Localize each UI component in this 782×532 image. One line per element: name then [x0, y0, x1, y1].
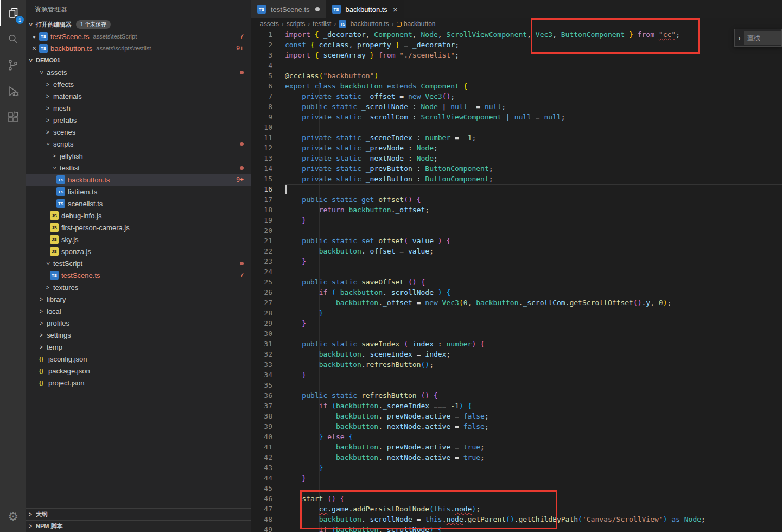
tree-folder-settings[interactable]: >settings [26, 329, 251, 341]
ts-file-icon: TS [56, 175, 65, 184]
open-editors-label: 打开的编辑器 [36, 21, 72, 29]
tree-folder-library[interactable]: >library [26, 293, 251, 305]
code-text: private static _sceneIndex : number = -1… [285, 132, 782, 143]
code-line: 12 private static _prevNode : Node; [251, 143, 782, 153]
tab-backbutton.ts[interactable]: TSbackbutton.ts× [326, 0, 404, 18]
chevron-down-icon: > [28, 56, 34, 65]
tree-item-label: mesh [53, 104, 71, 112]
code-text: } [285, 318, 782, 328]
code-line: 21 public static set offset( value ) { [251, 236, 782, 246]
tree-folder-local[interactable]: >local [26, 305, 251, 317]
code-line: 40 } else { [251, 432, 782, 442]
breadcrumb-item[interactable]: testlist [313, 20, 331, 28]
tree-file-debug-info.js[interactable]: JSdebug-info.js [26, 210, 251, 221]
tree-folder-profiles[interactable]: >profiles [26, 317, 251, 329]
source-control-view-button[interactable] [0, 52, 26, 78]
tree-item-label: jellyfish [60, 152, 83, 160]
tree-file-package.json[interactable]: {}package.json [26, 365, 251, 377]
workspace-header[interactable]: > DEMO01 [26, 54, 251, 66]
tree-folder-effects[interactable]: >effects [26, 78, 251, 90]
tree-folder-scripts[interactable]: >scripts [26, 138, 251, 150]
code-text: } else { [285, 432, 782, 442]
js-file-icon: JS [50, 235, 59, 244]
tree-folder-textures[interactable]: >textures [26, 281, 251, 293]
npm-scripts-section-header[interactable]: > NPM 脚本 [26, 520, 251, 532]
outline-section-header[interactable]: > 大纲 [26, 508, 251, 520]
chevron-right-icon: > [37, 332, 46, 338]
tree-folder-jellyfish[interactable]: >jellyfish [26, 150, 251, 162]
close-icon[interactable]: × [29, 44, 39, 53]
ts-file-icon: TS [339, 20, 346, 28]
tree-folder-assets[interactable]: >assets [26, 66, 251, 78]
tree-folder-testScript[interactable]: >testScript [26, 257, 251, 269]
code-text: export class backbutton extends Componen… [285, 81, 782, 91]
breadcrumb-item[interactable]: scripts [287, 20, 306, 28]
open-editors-header[interactable]: > 打开的编辑器 1 个未保存 [26, 18, 251, 30]
tree-file-backbutton.ts[interactable]: TSbackbutton.ts9+ [26, 174, 251, 186]
editor-code-area[interactable]: 1import { _decorator, Component, Node, S… [251, 29, 782, 532]
breadcrumb-label: testlist [313, 20, 331, 28]
tab-testScene.ts[interactable]: TStestScene.ts [251, 0, 326, 18]
line-number: 33 [251, 359, 285, 370]
tree-file-testScene.ts[interactable]: TStestScene.ts7 [26, 269, 251, 281]
tree-file-sponza.js[interactable]: JSsponza.js [26, 245, 251, 257]
code-text: backbutton._offset = value; [285, 246, 782, 256]
json-file-icon: {} [37, 366, 46, 375]
code-text: private static _nextButton : ButtonCompo… [285, 174, 782, 184]
breadcrumb-item[interactable]: TSbackbutton.ts [339, 20, 389, 28]
tree-file-first-person-camera.js[interactable]: JSfirst-person-camera.js [26, 221, 251, 233]
close-icon[interactable]: × [393, 5, 398, 14]
line-number: 6 [251, 81, 285, 91]
line-number: 1 [251, 29, 285, 40]
tree-file-jsconfig.json[interactable]: {}jsconfig.json [26, 353, 251, 365]
code-line: 30 [251, 328, 782, 339]
breadcrumb-item[interactable]: assets [260, 20, 279, 28]
run-debug-view-button[interactable] [0, 78, 26, 104]
settings-button[interactable]: ⚙ [0, 504, 26, 530]
vscode-window: 1 ⚙ [0, 0, 782, 532]
code-line: 14 private static _prevButton : ButtonCo… [251, 163, 782, 174]
js-file-icon: JS [50, 223, 59, 232]
code-line: 41 backbutton._prevNode.active = true; [251, 442, 782, 452]
line-number: 18 [251, 205, 285, 215]
chevron-right-icon: > [43, 105, 52, 111]
tree-folder-temp[interactable]: >temp [26, 341, 251, 353]
tree-folder-materials[interactable]: >materials [26, 90, 251, 102]
file-tree: >assets>effects>materials>mesh>prefabs>s… [26, 66, 251, 389]
breadcrumb-label: assets [260, 20, 279, 28]
tree-file-project.json[interactable]: {}project.json [26, 377, 251, 389]
ts-file-icon: TS [50, 271, 59, 280]
code-line: 18 return backbutton._offset; [251, 205, 782, 215]
tree-folder-prefabs[interactable]: >prefabs [26, 114, 251, 126]
tree-file-listitem.ts[interactable]: TSlistitem.ts [26, 186, 251, 198]
tree-folder-scenes[interactable]: >scenes [26, 126, 251, 138]
chevron-right-icon[interactable]: › [738, 34, 741, 42]
code-line: 49 if (backbutton._scrollNode) { [251, 524, 782, 532]
code-line: 28 } [251, 308, 782, 318]
file-path: assets\scripts\testlist [96, 45, 151, 52]
code-text [285, 60, 782, 71]
chevron-down-icon: > [39, 68, 44, 77]
chevron-right-icon: › [392, 20, 394, 28]
git-branch-icon [7, 59, 20, 72]
open-editor-item[interactable]: ×TSbackbutton.tsassets\scripts\testlist9… [26, 42, 251, 54]
search-view-button[interactable] [0, 26, 26, 52]
code-line: 29 } [251, 318, 782, 328]
line-number: 24 [251, 267, 285, 277]
code-text: backbutton._prevNode.active = false; [285, 411, 782, 421]
explorer-view-button[interactable]: 1 [0, 0, 26, 26]
activity-bar: 1 ⚙ [0, 0, 26, 532]
extensions-view-button[interactable] [0, 104, 26, 130]
line-number: 11 [251, 132, 285, 143]
breadcrumb-item[interactable]: backbutton [397, 20, 436, 28]
tree-file-sky.js[interactable]: JSsky.js [26, 233, 251, 245]
tree-file-scenelist.ts[interactable]: TSscenelist.ts [26, 198, 251, 210]
tree-folder-mesh[interactable]: >mesh [26, 102, 251, 114]
tree-folder-testlist[interactable]: >testlist [26, 162, 251, 174]
open-editor-item[interactable]: ●TStestScene.tsassets\testScript7 [26, 30, 251, 42]
extensions-icon [7, 111, 20, 124]
find-input[interactable] [744, 31, 782, 45]
json-file-icon: {} [37, 378, 46, 387]
code-line: 26 if ( backbutton._scrollNode ) { [251, 287, 782, 297]
code-line: 46 start () { [251, 493, 782, 504]
